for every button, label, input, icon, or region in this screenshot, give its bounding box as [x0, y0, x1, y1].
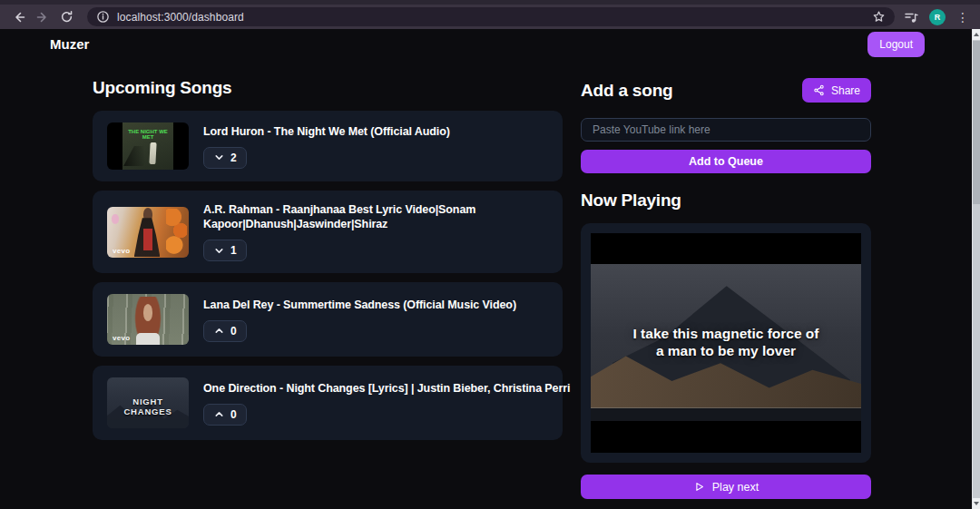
share-button[interactable]: Share: [802, 78, 871, 103]
add-to-queue-button[interactable]: Add to Queue: [581, 150, 871, 173]
lyrics-overlay: I take this magnetic force of a man to b…: [591, 233, 861, 453]
youtube-link-input[interactable]: [581, 118, 871, 142]
play-next-label: Play next: [712, 481, 759, 494]
scroll-up-button[interactable]: [973, 29, 980, 40]
song-thumbnail: NIGHT CHANGES: [107, 377, 189, 428]
play-icon: [693, 481, 705, 493]
forward-icon[interactable]: [31, 7, 54, 27]
song-card: THE NIGHT WE MET Lord Huron - The Night …: [93, 111, 563, 181]
site-info-icon[interactable]: [96, 10, 110, 24]
address-bar[interactable]: localhost:3000/dashboard: [87, 7, 895, 26]
logout-button[interactable]: Logout: [867, 32, 925, 57]
share-icon: [813, 84, 825, 96]
vote-count: 0: [230, 408, 237, 421]
media-controls-icon[interactable]: [904, 10, 918, 24]
upvote-button[interactable]: 0: [203, 404, 247, 426]
scrollbar-thumb[interactable]: [973, 41, 980, 204]
upcoming-songs-title: Upcoming Songs: [93, 78, 563, 98]
upvote-button[interactable]: 0: [203, 320, 247, 342]
song-card: vevo A.R. Rahman - Raanjhanaa Best Lyric…: [93, 191, 563, 273]
lyrics-line: a man to be my lover: [656, 343, 796, 360]
song-thumbnail: vevo: [107, 207, 189, 258]
song-title: A.R. Rahman - Raanjhanaa Best Lyric Vide…: [203, 202, 548, 231]
chevron-down-icon: [213, 245, 225, 257]
song-title: Lord Huron - The Night We Met (Official …: [203, 124, 548, 139]
add-song-title: Add a song: [581, 81, 672, 101]
dashboard-main: Upcoming Songs THE NIGHT WE MET Lord Hur…: [0, 58, 980, 499]
thumbnail-text: NIGHT CHANGES: [107, 396, 189, 416]
share-label: Share: [831, 84, 860, 97]
vote-count: 2: [230, 152, 237, 164]
profile-avatar[interactable]: R: [929, 9, 946, 25]
song-thumbnail: vevo: [107, 294, 189, 345]
chevron-down-icon: [213, 152, 225, 163]
bookmark-star-icon[interactable]: [872, 10, 886, 24]
page-scrollbar[interactable]: [972, 29, 980, 509]
thumbnail-text: THE NIGHT WE MET: [122, 129, 173, 140]
chevron-up-icon: [213, 325, 225, 337]
url-text: localhost:3000/dashboard: [117, 11, 244, 24]
app-header: Muzer Logout: [0, 30, 980, 58]
play-next-button[interactable]: Play next: [581, 475, 871, 499]
side-panel: Add a song Share Add to Queue Now Playin…: [581, 78, 871, 499]
reload-icon[interactable]: [54, 7, 78, 27]
back-icon[interactable]: [7, 7, 31, 27]
now-playing-video: I take this magnetic force of a man to b…: [591, 233, 861, 453]
lyrics-line: I take this magnetic force of: [633, 326, 819, 343]
vote-count: 1: [230, 244, 237, 257]
browser-toolbar: localhost:3000/dashboard R ⋮: [0, 5, 980, 29]
vevo-watermark: vevo: [113, 247, 130, 255]
song-title: Lana Del Rey - Summertime Sadness (Offic…: [203, 298, 548, 312]
song-title: One Direction - Night Changes [Lyrics] |…: [203, 381, 548, 396]
song-card: vevo Lana Del Rey - Summertime Sadness (…: [93, 282, 563, 357]
downvote-button[interactable]: 2: [203, 147, 247, 169]
upcoming-songs-section: Upcoming Songs THE NIGHT WE MET Lord Hur…: [93, 78, 563, 499]
vote-count: 0: [230, 325, 237, 338]
chevron-up-icon: [213, 408, 225, 420]
browser-menu-icon[interactable]: ⋮: [956, 11, 969, 24]
song-thumbnail: THE NIGHT WE MET: [107, 122, 189, 170]
song-card: NIGHT CHANGES One Direction - Night Chan…: [93, 366, 563, 440]
app-title: Muzer: [50, 36, 89, 52]
browser-chrome: localhost:3000/dashboard R ⋮: [0, 0, 980, 29]
downvote-button[interactable]: 1: [203, 240, 247, 261]
now-playing-title: Now Playing: [581, 191, 871, 210]
scroll-down-button[interactable]: [973, 498, 980, 509]
now-playing-card: I take this magnetic force of a man to b…: [581, 223, 871, 463]
vevo-watermark: vevo: [113, 334, 130, 342]
